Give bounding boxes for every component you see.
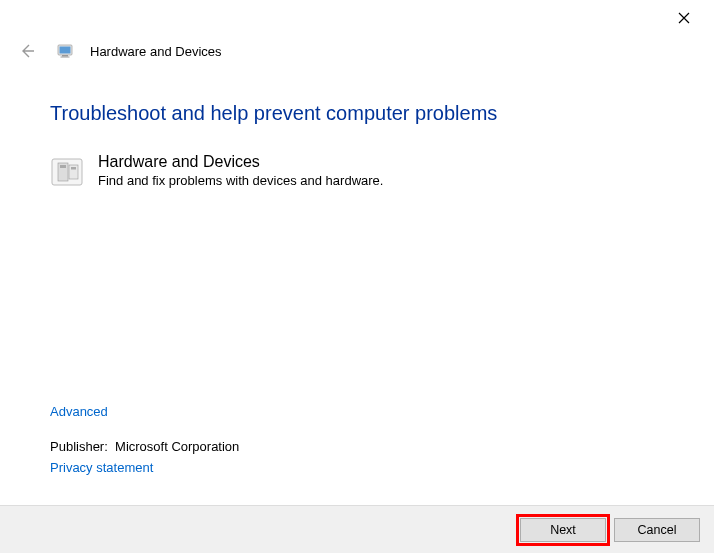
back-button[interactable] bbox=[16, 40, 38, 62]
troubleshooter-section: Hardware and Devices Find and fix proble… bbox=[50, 153, 664, 189]
troubleshooter-description: Find and fix problems with devices and h… bbox=[98, 173, 383, 188]
title-bar bbox=[0, 0, 714, 36]
troubleshooter-title: Hardware and Devices bbox=[98, 153, 383, 171]
svg-rect-8 bbox=[71, 167, 76, 170]
publisher-info: Publisher: Microsoft Corporation bbox=[50, 439, 239, 454]
svg-rect-3 bbox=[61, 57, 70, 58]
publisher-value: Microsoft Corporation bbox=[115, 439, 239, 454]
content-area: Troubleshoot and help prevent computer p… bbox=[0, 72, 714, 189]
close-icon bbox=[678, 12, 690, 24]
publisher-label: Publisher: bbox=[50, 439, 108, 454]
back-arrow-icon bbox=[19, 43, 35, 59]
bottom-info: Advanced Publisher: Microsoft Corporatio… bbox=[50, 404, 239, 475]
advanced-link[interactable]: Advanced bbox=[50, 404, 239, 419]
header: Hardware and Devices bbox=[0, 36, 714, 72]
cancel-button[interactable]: Cancel bbox=[614, 518, 700, 542]
troubleshooter-text: Hardware and Devices Find and fix proble… bbox=[98, 153, 383, 189]
button-bar: Next Cancel bbox=[0, 505, 714, 553]
svg-rect-2 bbox=[62, 55, 68, 57]
close-button[interactable] bbox=[662, 3, 706, 33]
next-button[interactable]: Next bbox=[520, 518, 606, 542]
svg-rect-1 bbox=[60, 47, 71, 54]
troubleshooter-icon bbox=[56, 42, 74, 60]
window-title: Hardware and Devices bbox=[90, 44, 222, 59]
privacy-link[interactable]: Privacy statement bbox=[50, 460, 239, 475]
hardware-devices-icon bbox=[50, 155, 84, 189]
svg-rect-7 bbox=[60, 165, 66, 168]
main-heading: Troubleshoot and help prevent computer p… bbox=[50, 102, 664, 125]
